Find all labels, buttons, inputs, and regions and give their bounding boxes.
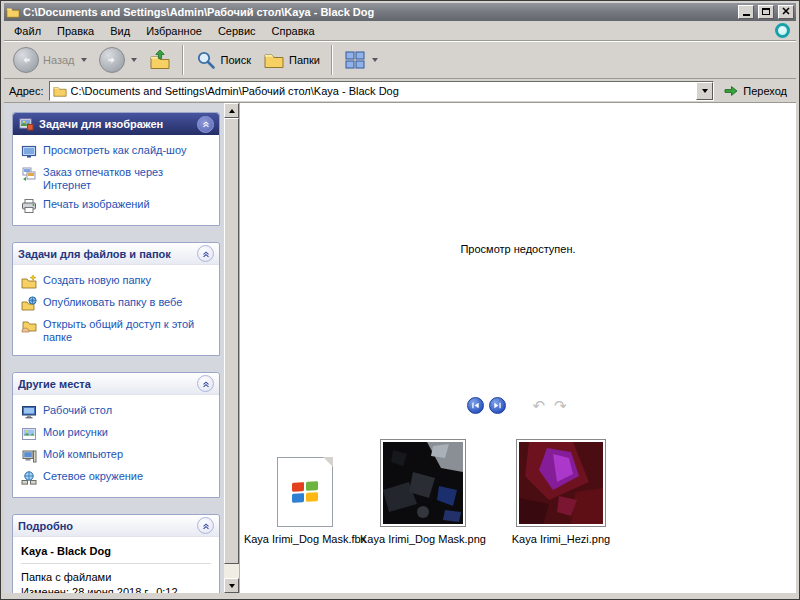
- folder-icon: [6, 5, 20, 19]
- collapse-chevron-icon[interactable]: [197, 375, 214, 392]
- up-button[interactable]: [144, 46, 176, 74]
- maximize-icon: [762, 8, 770, 15]
- my-pictures-icon: [21, 426, 37, 442]
- folders-button[interactable]: Папки: [258, 46, 325, 74]
- other-places-body: Рабочий стол Мои рисунки: [13, 395, 219, 497]
- task-publish-folder[interactable]: Опубликовать папку в вебе: [19, 293, 215, 315]
- details-separator: [21, 563, 211, 564]
- minimize-button[interactable]: [738, 5, 754, 19]
- file-item-png-hezi[interactable]: Kaya Irimi_Hezi.png: [502, 437, 620, 546]
- file-item-fbx[interactable]: Kaya Irimi_Dog Mask.fbx: [246, 437, 364, 546]
- task-print-pictures[interactable]: Печать изображений: [19, 195, 215, 217]
- previous-image-button[interactable]: [467, 397, 484, 414]
- task-order-prints[interactable]: Заказ отпечатков через Интернет: [19, 163, 215, 195]
- file-list-filmstrip[interactable]: Просмотр недоступен. ↶ ↷: [239, 103, 796, 593]
- my-computer-icon: [21, 448, 37, 464]
- file-tasks-header[interactable]: Задачи для файлов и папок: [13, 243, 219, 265]
- menu-favorites[interactable]: Избранное: [138, 22, 210, 40]
- windows-flag-icon: [290, 479, 320, 505]
- place-desktop[interactable]: Рабочий стол: [19, 401, 215, 423]
- address-input[interactable]: C:\Documents and Settings\Admin\Рабочий …: [71, 85, 693, 97]
- file-item-png-dogmask[interactable]: Kaya Irimi_Dog Mask.png: [364, 437, 482, 546]
- collapse-chevron-icon[interactable]: [197, 245, 214, 262]
- image-thumbnail: [380, 439, 466, 527]
- toolbar-separator: [182, 45, 184, 75]
- scroll-up-button[interactable]: [224, 103, 239, 118]
- details-panel: Подробно Kaya - Black Dog Папка с файлам…: [12, 514, 220, 593]
- folders-icon: [263, 49, 285, 71]
- picture-tasks-icon: [18, 116, 34, 132]
- image-thumbnail: [516, 439, 606, 527]
- previous-image-icon: [470, 400, 481, 411]
- go-label: Переход: [743, 85, 787, 97]
- menu-edit[interactable]: Правка: [49, 22, 102, 40]
- forward-dropdown-icon: [131, 58, 137, 62]
- menu-tools[interactable]: Сервис: [210, 22, 264, 40]
- search-label: Поиск: [221, 54, 251, 66]
- collapse-chevron-icon[interactable]: [197, 116, 214, 133]
- close-icon: [782, 7, 790, 15]
- views-button[interactable]: [339, 46, 383, 74]
- slideshow-icon: [21, 144, 37, 160]
- place-network[interactable]: Сетевое окружение: [19, 467, 215, 489]
- collapse-chevron-icon[interactable]: [197, 517, 214, 534]
- maximize-button[interactable]: [758, 5, 774, 19]
- address-bar: Адрес: C:\Documents and Settings\Admin\Р…: [4, 79, 796, 103]
- task-new-folder[interactable]: Создать новую папку: [19, 271, 215, 293]
- search-icon: [195, 49, 217, 71]
- scroll-down-button[interactable]: [224, 578, 239, 593]
- details-header[interactable]: Подробно: [13, 515, 219, 537]
- panel-title: Другие места: [18, 378, 192, 390]
- next-image-icon: [492, 400, 503, 411]
- file-name-label[interactable]: Kaya Irimi_Dog Mask.fbx: [242, 532, 368, 546]
- forward-icon: [99, 47, 125, 73]
- rotate-clockwise-button[interactable]: ↷: [552, 398, 569, 414]
- address-dropdown-button[interactable]: [696, 82, 713, 100]
- other-places-panel: Другие места Рабочий стол: [12, 372, 220, 498]
- next-image-button[interactable]: [489, 397, 506, 414]
- sidebar-scrollbar[interactable]: [224, 103, 239, 593]
- picture-tasks-body: Просмотреть как слайд-шоу Заказ отпечатк…: [13, 135, 219, 225]
- windows-logo-icon: [775, 23, 790, 38]
- close-button[interactable]: [778, 5, 794, 19]
- file-tasks-panel: Задачи для файлов и папок Создать новую …: [12, 242, 220, 356]
- menu-view[interactable]: Вид: [102, 22, 138, 40]
- folders-label: Папки: [289, 54, 320, 66]
- address-combo[interactable]: C:\Documents and Settings\Admin\Рабочий …: [49, 81, 715, 101]
- task-label: Рабочий стол: [43, 404, 112, 417]
- file-name-label[interactable]: Kaya Irimi_Hezi.png: [510, 532, 612, 546]
- rotate-counterclockwise-button[interactable]: ↶: [530, 398, 547, 414]
- views-icon: [344, 49, 366, 71]
- file-name-label[interactable]: Kaya Irimi_Dog Mask.png: [358, 532, 488, 546]
- toolbar-separator: [331, 45, 333, 75]
- forward-button[interactable]: [94, 44, 142, 76]
- title-bar[interactable]: C:\Documents and Settings\Admin\Рабочий …: [4, 3, 796, 21]
- thumb-icon-area: [277, 437, 333, 527]
- menu-help[interactable]: Справка: [264, 22, 323, 40]
- back-button[interactable]: Назад: [8, 44, 92, 76]
- details-body: Kaya - Black Dog Папка с файлами Изменен…: [13, 537, 219, 593]
- task-label: Создать новую папку: [43, 274, 151, 287]
- go-arrow-icon: [723, 83, 739, 99]
- place-my-computer[interactable]: Мой компьютер: [19, 445, 215, 467]
- scrollbar-thumb[interactable]: [224, 118, 239, 564]
- content-area: Задачи для изображен Просмотреть как сла…: [4, 103, 796, 593]
- menu-file[interactable]: Файл: [6, 22, 49, 40]
- explorer-window: C:\Documents and Settings\Admin\Рабочий …: [0, 0, 800, 600]
- task-share-folder[interactable]: Открыть общий доступ к этой папке: [19, 315, 215, 347]
- go-button[interactable]: Переход: [719, 81, 793, 101]
- search-button[interactable]: Поиск: [190, 46, 256, 74]
- network-icon: [21, 470, 37, 486]
- toolbar: Назад Поиск: [4, 41, 796, 79]
- task-label: Печать изображений: [43, 198, 150, 211]
- details-folder-name: Kaya - Black Dog: [21, 545, 211, 557]
- other-places-header[interactable]: Другие места: [13, 373, 219, 395]
- picture-tasks-header[interactable]: Задачи для изображен: [13, 113, 219, 135]
- details-folder-type: Папка с файлами: [21, 570, 211, 585]
- preview-unavailable-message: Просмотр недоступен.: [240, 243, 796, 255]
- views-dropdown-icon: [372, 58, 378, 62]
- task-view-slideshow[interactable]: Просмотреть как слайд-шоу: [19, 141, 215, 163]
- place-my-pictures[interactable]: Мои рисунки: [19, 423, 215, 445]
- file-thumbnails-row: Kaya Irimi_Dog Mask.fbx: [246, 437, 620, 546]
- back-dropdown-icon: [81, 58, 87, 62]
